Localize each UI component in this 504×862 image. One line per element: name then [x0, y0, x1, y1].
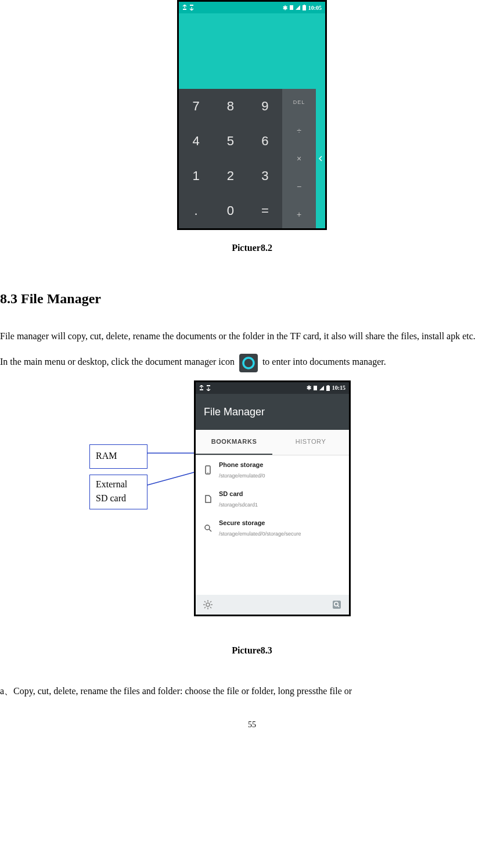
- calculator-display: [179, 13, 325, 89]
- svg-point-17: [207, 472, 208, 473]
- key-dot: .: [179, 193, 213, 228]
- status-bar: ✱ 10:05: [179, 2, 325, 13]
- svg-line-19: [209, 529, 211, 531]
- key-eq: =: [248, 193, 282, 228]
- svg-line-25: [204, 601, 206, 602]
- fm-item-secure-storage: Secure storage/storage/emulated/0/storag…: [196, 513, 349, 543]
- svg-rect-1: [190, 5, 193, 6]
- key-sub: −: [282, 173, 316, 200]
- fm-app-title: File Manager: [196, 394, 349, 430]
- key-mul: ×: [282, 145, 316, 173]
- key-7: 7: [179, 89, 213, 124]
- paragraph-icon: In the main menu or desktop, click the d…: [0, 353, 504, 372]
- search-icon: [332, 599, 342, 610]
- key-0: 0: [213, 193, 247, 228]
- key-3: 3: [248, 159, 282, 193]
- svg-marker-3: [296, 5, 300, 10]
- caption-8-2: Pictuer8.2: [0, 239, 504, 257]
- key-9: 9: [248, 89, 282, 124]
- svg-rect-0: [183, 9, 186, 10]
- svg-rect-12: [314, 386, 317, 390]
- svg-rect-15: [327, 385, 329, 386]
- svg-rect-4: [303, 5, 306, 10]
- key-add: +: [282, 200, 316, 228]
- bluetooth-icon: ✱: [283, 2, 287, 13]
- paragraph-copy-cut: a、Copy, cut, delete, rename the files an…: [0, 683, 504, 700]
- svg-line-28: [210, 601, 211, 602]
- key-4: 4: [179, 124, 213, 159]
- paragraph-intro: File manager will copy, cut, delete, ren…: [0, 328, 504, 345]
- key-5: 5: [213, 124, 247, 159]
- svg-rect-6: [239, 354, 258, 372]
- key-div: ÷: [282, 117, 316, 145]
- svg-rect-14: [326, 386, 330, 391]
- calculator-screenshot: ✱ 10:05 7 8 9 4 5 6 1 2 3 . 0 =: [177, 0, 327, 230]
- status-time-fm: 10:15: [332, 382, 345, 393]
- svg-point-18: [205, 525, 210, 530]
- settings-icon: [203, 599, 213, 610]
- key-1: 1: [179, 159, 213, 193]
- svg-rect-11: [207, 385, 210, 386]
- status-bar-fm: ✱ 10:15: [196, 382, 349, 394]
- tab-history: HISTORY: [272, 430, 349, 455]
- status-time: 10:05: [308, 2, 322, 13]
- callout-sd: ExternalSD card: [89, 475, 147, 509]
- section-heading: 8.3 File Manager: [0, 286, 504, 313]
- phone-icon: [203, 465, 213, 475]
- svg-rect-2: [290, 5, 293, 10]
- fm-item-sd-card: SD card/storage/sdcard1: [196, 484, 349, 513]
- advanced-panel-handle: [316, 89, 325, 228]
- sd-card-icon: [203, 494, 213, 504]
- file-manager-screenshot: ✱ 10:15 File Manager BOOKMARKS HISTORY P…: [194, 380, 351, 616]
- svg-rect-29: [333, 601, 341, 609]
- file-manager-app-icon: [239, 354, 258, 372]
- caption-8-3: Picture8.3: [0, 642, 504, 659]
- svg-line-27: [204, 607, 206, 608]
- key-2: 2: [213, 159, 247, 193]
- callout-ram: RAM: [89, 444, 147, 469]
- fm-item-phone-storage: Phone storage/storage/emulated/0: [196, 455, 349, 484]
- svg-line-26: [210, 607, 211, 608]
- page-number: 55: [0, 717, 504, 733]
- tab-bookmarks: BOOKMARKS: [196, 430, 272, 455]
- key-6: 6: [248, 124, 282, 159]
- svg-rect-5: [304, 5, 305, 5]
- svg-point-20: [206, 603, 210, 606]
- lock-icon: [203, 523, 213, 533]
- key-del: DEL: [282, 89, 316, 117]
- svg-rect-10: [200, 389, 203, 390]
- svg-marker-13: [319, 386, 324, 390]
- key-8: 8: [213, 89, 247, 124]
